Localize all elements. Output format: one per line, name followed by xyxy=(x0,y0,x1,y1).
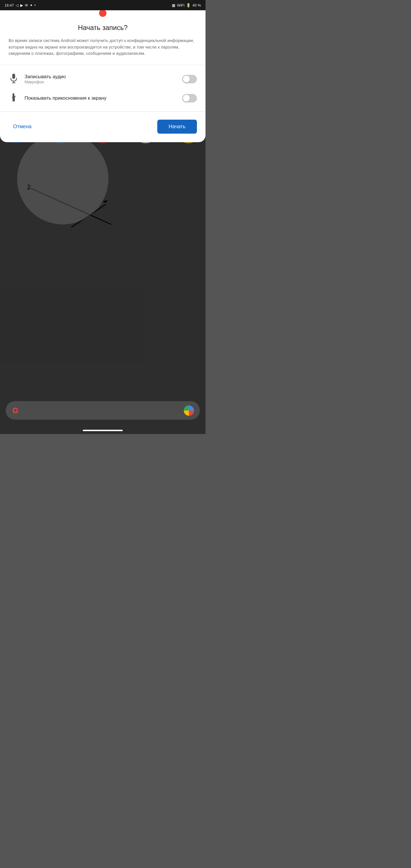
status-right: ▦ WiFi 🔋 40 % xyxy=(172,3,201,7)
touch-toggle-row: Показывать прикосновения к экрану xyxy=(0,89,205,108)
touch-toggle-title: Показывать прикосновения к экрану xyxy=(25,95,177,101)
dot-icon: • xyxy=(35,3,36,7)
svg-text:G: G xyxy=(12,406,19,415)
audio-toggle-title: Записывать аудио xyxy=(25,74,177,80)
home-indicator xyxy=(83,430,123,431)
dialog-divider xyxy=(0,111,205,112)
divider-top xyxy=(0,65,205,65)
cancel-button[interactable]: Отмена xyxy=(8,121,36,132)
google-search-bar[interactable]: G G xyxy=(6,401,200,420)
navigation-icon: ◁ xyxy=(16,3,19,7)
start-button[interactable]: Начать xyxy=(157,120,197,134)
audio-toggle-switch[interactable] xyxy=(182,75,197,83)
dialog-title: Начать запись? xyxy=(0,24,205,32)
touch-icon xyxy=(8,92,19,104)
microphone-icon xyxy=(8,73,19,85)
status-bar: 16:47 ◁ ▶ ✉ ✦ • ▦ WiFi 🔋 40 % xyxy=(0,0,205,10)
google-mic-button[interactable] xyxy=(184,405,194,416)
mail-icon: ✉ xyxy=(25,3,28,7)
dialog-description: Во время записи система Android может по… xyxy=(0,37,205,57)
youtube-icon: ▶ xyxy=(20,3,23,7)
touch-toggle-text: Показывать прикосновения к экрану xyxy=(25,95,177,101)
dialog-buttons: Отмена Начать xyxy=(0,115,205,136)
audio-toggle-subtitle: Микрофон xyxy=(25,80,177,84)
battery-icon: 🔋 xyxy=(186,3,191,7)
audio-toggle-row: Записывать аудио Микрофон xyxy=(0,70,205,89)
status-left: 16:47 ◁ ▶ ✉ ✦ • xyxy=(5,3,36,7)
battery-percent: 40 % xyxy=(192,3,201,7)
google-g-logo: G G xyxy=(11,405,22,416)
record-dot xyxy=(99,9,106,17)
focus-halo-1 xyxy=(17,133,108,224)
record-dialog: Начать запись? Во время записи система A… xyxy=(0,0,205,142)
pinwheel-icon: ✦ xyxy=(30,3,33,7)
status-time: 16:47 xyxy=(5,3,14,7)
svg-rect-55 xyxy=(12,74,15,79)
audio-toggle-text: Записывать аудио Микрофон xyxy=(25,74,177,84)
touch-toggle-switch[interactable] xyxy=(182,94,197,102)
vibrate-icon: ▦ xyxy=(172,3,175,7)
wifi-icon: WiFi xyxy=(177,3,184,7)
